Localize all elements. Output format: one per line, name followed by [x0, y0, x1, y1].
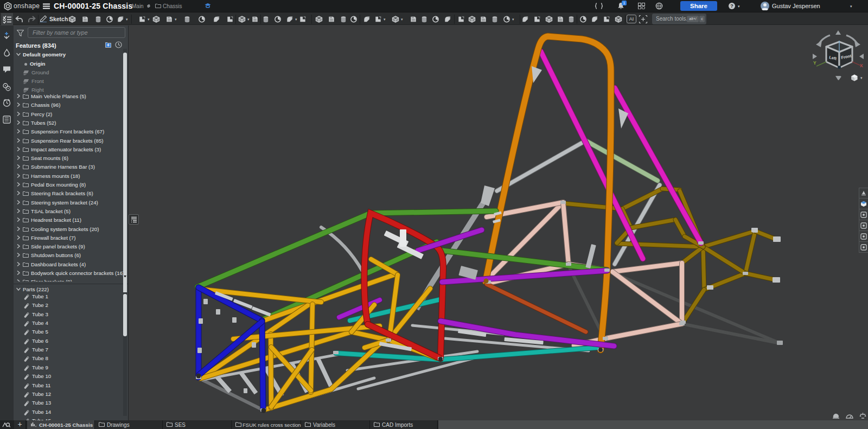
- svg-text:Y: Y: [813, 60, 816, 66]
- svg-text:X: X: [860, 63, 863, 68]
- svg-text:?: ?: [730, 3, 733, 9]
